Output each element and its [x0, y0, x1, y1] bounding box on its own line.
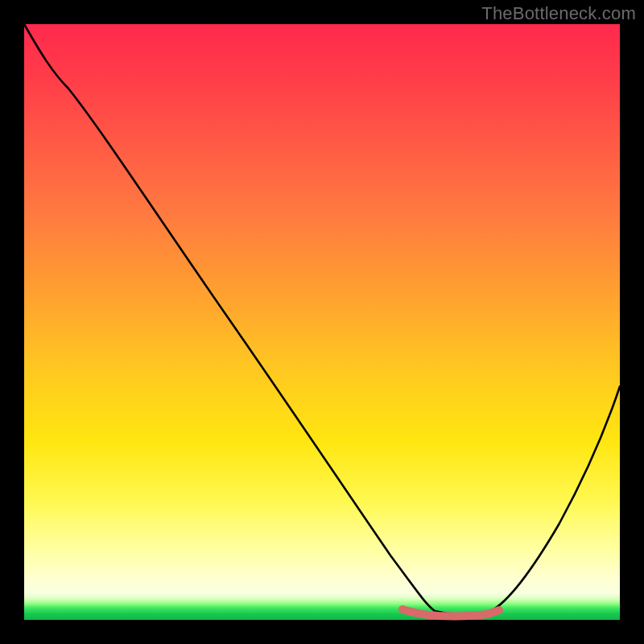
watermark-text: TheBottleneck.com	[481, 3, 636, 24]
black-curve	[24, 24, 620, 614]
chart-svg	[24, 24, 620, 620]
chart-frame: TheBottleneck.com	[0, 0, 644, 644]
red-floor-segment	[402, 609, 499, 616]
